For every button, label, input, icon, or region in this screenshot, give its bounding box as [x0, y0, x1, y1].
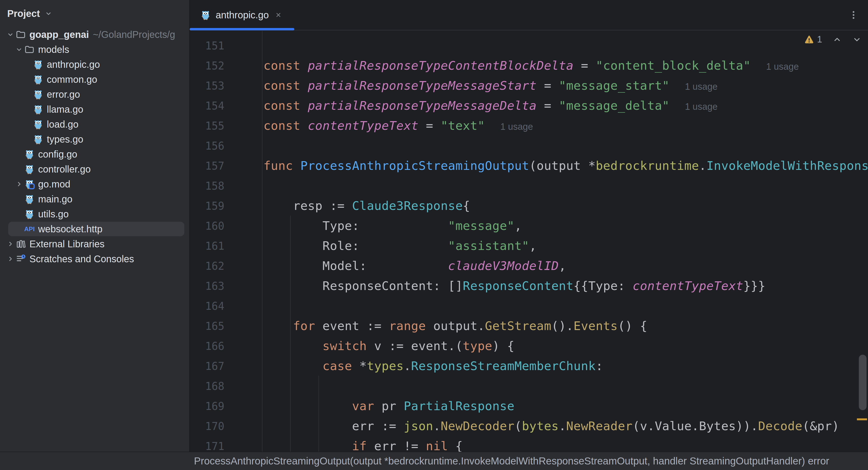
tree-item-scratches-and-consoles[interactable]: Scratches and Consoles	[0, 251, 189, 267]
line-number[interactable]: 158	[190, 176, 261, 196]
line-number[interactable]: 164	[190, 296, 261, 316]
tree-item-label: Scratches and Consoles	[29, 254, 134, 264]
line-number[interactable]: 154	[190, 96, 261, 116]
tree-item-label: error.go	[47, 89, 80, 100]
code-line[interactable]: 169 var pr PartialResponse	[190, 396, 868, 416]
tree-item-llama-go[interactable]: llama.go	[0, 102, 189, 117]
chevron-down-icon[interactable]	[15, 45, 24, 54]
project-panel-header[interactable]: Project	[0, 0, 189, 27]
tree-item-goapp-genai[interactable]: goapp_genai~/GolandProjects/g	[0, 27, 189, 42]
code-line[interactable]: 164	[190, 296, 868, 316]
code-line[interactable]: 170 err := json.NewDecoder(bytes.NewRead…	[190, 416, 868, 436]
code-line[interactable]: 160 Type: "message",	[190, 216, 868, 236]
tree-item-load-go[interactable]: load.go	[0, 117, 189, 132]
tree-item-types-go[interactable]: types.go	[0, 132, 189, 147]
line-number[interactable]: 162	[190, 256, 261, 276]
line-number[interactable]: 167	[190, 356, 261, 376]
tree-item-utils-go[interactable]: utils.go	[0, 207, 189, 221]
tree-item-label: websocket.http	[38, 224, 102, 234]
tree-item-label: models	[38, 44, 69, 55]
chevron-right-icon[interactable]	[15, 180, 24, 188]
line-number[interactable]: 170	[190, 416, 261, 436]
editor-pane: anthropic.go 1 151152const partialRespon…	[190, 0, 868, 452]
kebab-menu-icon[interactable]	[849, 10, 858, 20]
code-line[interactable]: 168	[190, 376, 868, 396]
code-line-text: const contentTypeText = "text"1 usage	[261, 116, 868, 136]
line-number[interactable]: 169	[190, 396, 261, 416]
code-line[interactable]: 171 if err != nil {	[190, 436, 868, 452]
line-number[interactable]: 157	[190, 156, 261, 176]
tree-item-go-mod[interactable]: go.mod	[0, 177, 189, 192]
code-line[interactable]: 163 ResponseContent: []ResponseContent{{…	[190, 276, 868, 296]
line-number[interactable]: 171	[190, 436, 261, 452]
go-gopher-icon	[33, 59, 43, 70]
go-gopher-icon	[33, 119, 43, 130]
code-line[interactable]: 166 switch v := event.(type) {	[190, 336, 868, 356]
code-line[interactable]: 158	[190, 176, 868, 196]
chevron-right-icon[interactable]	[6, 240, 16, 248]
line-number[interactable]: 153	[190, 76, 261, 96]
close-icon[interactable]	[275, 11, 282, 19]
chevron-down-icon[interactable]	[6, 30, 16, 39]
line-number[interactable]: 159	[190, 196, 261, 216]
line-number[interactable]: 163	[190, 276, 261, 296]
code-line[interactable]: 153const partialResponseTypeMessageStart…	[190, 76, 868, 96]
tree-item-anthropic-go[interactable]: anthropic.go	[0, 57, 189, 72]
code-line[interactable]: 165 for event := range output.GetStream(…	[190, 316, 868, 336]
usage-inlay-hint[interactable]: 1 usage	[685, 82, 717, 92]
project-panel-title: Project	[7, 8, 40, 19]
line-number[interactable]: 152	[190, 56, 261, 76]
code-line[interactable]: 154const partialResponseTypeMessageDelta…	[190, 96, 868, 116]
next-problem-button[interactable]	[852, 35, 862, 44]
line-number[interactable]: 151	[190, 36, 261, 56]
code-line[interactable]: 157func ProcessAnthropicStreamingOutput(…	[190, 156, 868, 176]
scrollbar-thumb[interactable]	[859, 355, 867, 410]
scratches-icon	[16, 253, 26, 265]
code-line[interactable]: 159 resp := Claude3Response{	[190, 196, 868, 216]
go-gopher-icon	[33, 133, 43, 145]
code-line[interactable]: 155const contentTypeText = "text"1 usage	[190, 116, 868, 136]
tree-item-main-go[interactable]: main.go	[0, 192, 189, 207]
code-line-text: Model: claudeV3ModelID,	[261, 256, 868, 276]
usage-inlay-hint[interactable]: 1 usage	[685, 101, 717, 112]
tab-anthropic-go[interactable]: anthropic.go	[190, 0, 294, 30]
code-line[interactable]: 151	[190, 36, 868, 56]
code-line[interactable]: 162 Model: claudeV3ModelID,	[190, 256, 868, 276]
tree-item-error-go[interactable]: error.go	[0, 87, 189, 102]
code-line[interactable]: 161 Role: "assistant",	[190, 236, 868, 256]
code-line-text: switch v := event.(type) {	[261, 336, 868, 356]
tree-item-label: config.go	[38, 149, 77, 160]
tree-item-label: controller.go	[38, 164, 91, 175]
folder-icon	[16, 29, 26, 40]
warning-icon	[804, 34, 814, 44]
previous-problem-button[interactable]	[832, 35, 842, 44]
line-number[interactable]: 161	[190, 236, 261, 256]
code-line[interactable]: 152const partialResponseTypeContentBlock…	[190, 56, 868, 76]
tree-item-common-go[interactable]: common.go	[0, 72, 189, 87]
usage-inlay-hint[interactable]: 1 usage	[500, 122, 533, 132]
tree-item-websocket-http[interactable]: APIwebsocket.http	[0, 221, 189, 237]
tree-item-external-libraries[interactable]: External Libraries	[0, 237, 189, 251]
tree-item-controller-go[interactable]: controller.go	[0, 162, 189, 177]
line-number[interactable]: 155	[190, 116, 261, 136]
tree-item-models[interactable]: models	[0, 42, 189, 57]
line-number[interactable]: 165	[190, 316, 261, 336]
go-gopher-icon	[33, 73, 43, 85]
line-number[interactable]: 160	[190, 216, 261, 236]
line-number[interactable]: 168	[190, 376, 261, 396]
tree-item-label: goapp_genai	[29, 29, 89, 40]
tree-item-config-go[interactable]: config.go	[0, 147, 189, 162]
line-number[interactable]: 156	[190, 136, 261, 156]
code-line-text	[261, 176, 868, 196]
inspection-widget[interactable]: 1	[804, 34, 862, 44]
code-line[interactable]: 156	[190, 136, 868, 156]
chevron-right-icon[interactable]	[6, 255, 16, 263]
code-line[interactable]: 167 case *types.ResponseStreamMemberChun…	[190, 356, 868, 376]
usage-inlay-hint[interactable]: 1 usage	[766, 62, 799, 72]
line-number[interactable]: 166	[190, 336, 261, 356]
tree-item-label: types.go	[47, 134, 83, 145]
go-gopher-icon	[24, 193, 35, 205]
scrollbar-warning-marker[interactable]	[857, 418, 867, 420]
code-editor[interactable]: 1 151152const partialResponseTypeContent…	[190, 31, 868, 452]
code-line-text: err := json.NewDecoder(bytes.NewReader(v…	[261, 416, 868, 436]
